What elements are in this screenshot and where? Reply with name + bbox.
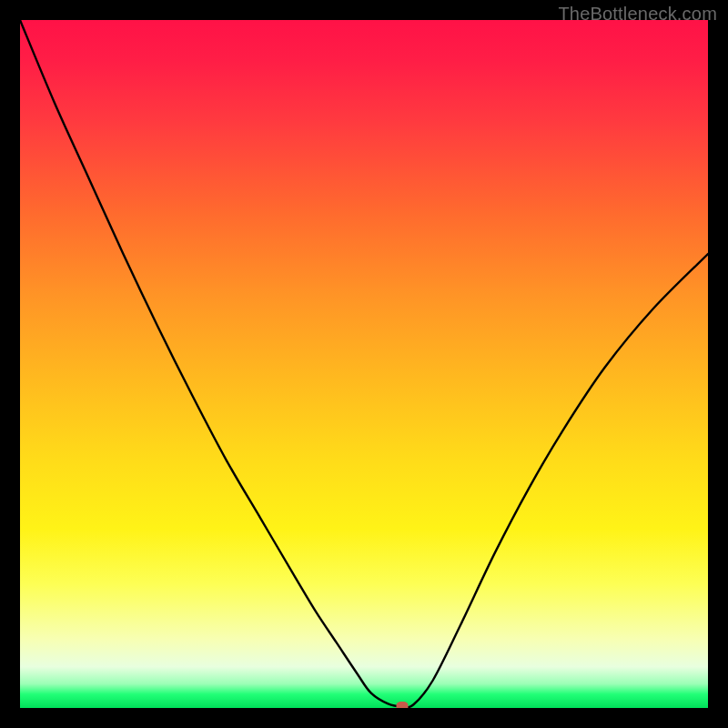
watermark-text: TheBottleneck.com bbox=[558, 4, 717, 25]
minimum-marker bbox=[397, 702, 409, 708]
plot-area bbox=[20, 20, 708, 708]
curve-path bbox=[20, 20, 708, 707]
chart-frame: TheBottleneck.com bbox=[0, 0, 728, 728]
bottleneck-curve bbox=[20, 20, 708, 708]
